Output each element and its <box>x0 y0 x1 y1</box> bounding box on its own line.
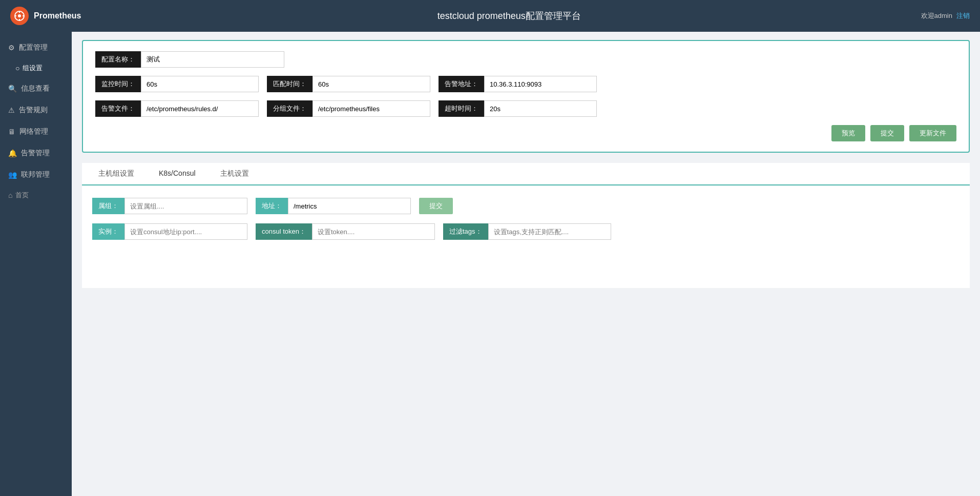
config-name-row: 配置名称： <box>95 51 956 68</box>
gear-icon: ⚙ <box>8 44 15 52</box>
sidebar-subitem-label: 组设置 <box>23 64 43 73</box>
sidebar-item-label: 联邦管理 <box>21 170 50 179</box>
circle-icon: ○ <box>15 64 19 72</box>
sidebar-item-group-settings[interactable]: ○ 组设置 <box>0 58 72 78</box>
alert-file-label: 告警文件： <box>95 100 141 117</box>
monitor-time-input[interactable] <box>141 76 259 92</box>
monitor-icon: 🖥 <box>8 128 15 136</box>
sidebar-item-alert-management[interactable]: 🔔 告警管理 <box>0 142 72 164</box>
main-content: 配置名称： 监控时间： 匹配时间： 告警地址： <box>72 32 980 496</box>
config-box: 配置名称： 监控时间： 匹配时间： 告警地址： <box>82 40 970 153</box>
submit-config-button[interactable]: 提交 <box>870 125 904 141</box>
monitor-time-group: 监控时间： <box>95 76 259 92</box>
warning-icon: ⚠ <box>8 106 15 114</box>
alert-address-label: 告警地址： <box>439 76 484 92</box>
sidebar-item-network-management[interactable]: 🖥 网络管理 <box>0 121 72 142</box>
monitor-time-label: 监控时间： <box>95 76 141 92</box>
group-file-input[interactable] <box>312 100 430 117</box>
timeout-input[interactable] <box>484 100 597 117</box>
preview-button[interactable]: 预览 <box>831 125 865 141</box>
config-row3: 告警文件： 分组文件： 超时时间： <box>95 100 956 117</box>
consul-filter-tags-label: 过滤tags： <box>443 223 488 240</box>
group-file-group: 分组文件： <box>267 100 430 117</box>
consul-address-group: 地址： <box>256 198 411 214</box>
consul-group-group: 属组： <box>92 198 247 214</box>
consul-address-input[interactable] <box>288 198 411 214</box>
config-name-group: 配置名称： <box>95 51 284 68</box>
sidebar-item-label: 配置管理 <box>19 43 48 52</box>
consul-group-input[interactable] <box>124 198 247 214</box>
consul-instance-group: 实例： <box>92 223 247 240</box>
alert-file-group: 告警文件： <box>95 100 259 117</box>
sidebar-item-home[interactable]: ⌂ 首页 <box>0 185 72 205</box>
tab-k8s-consul[interactable]: K8s/Consul <box>147 163 208 185</box>
sidebar-item-label: 网络管理 <box>19 127 48 136</box>
match-time-input[interactable] <box>312 76 430 92</box>
top-header: Prometheus testcloud prometheus配置管理平台 欢迎… <box>0 0 980 32</box>
sidebar-item-label: 告警规则 <box>19 106 48 115</box>
consul-row2: 实例： consul token： 过滤tags： <box>92 223 960 240</box>
config-btn-row: 预览 提交 更新文件 <box>95 125 956 141</box>
sidebar-item-alert-rules[interactable]: ⚠ 告警规则 <box>0 99 72 121</box>
consul-filter-tags-group: 过滤tags： <box>443 223 611 240</box>
logo-area: Prometheus <box>10 7 97 25</box>
group-file-label: 分组文件： <box>267 100 312 117</box>
consul-filter-tags-input[interactable] <box>488 223 611 240</box>
sidebar-item-label: 信息查看 <box>21 84 50 93</box>
search-icon: 🔍 <box>8 85 17 93</box>
logout-link[interactable]: 注销 <box>956 11 970 20</box>
config-row2: 监控时间： 匹配时间： 告警地址： <box>95 76 956 92</box>
consul-instance-input[interactable] <box>124 223 247 240</box>
consul-instance-label: 实例： <box>92 223 124 240</box>
alert-address-group: 告警地址： <box>439 76 597 92</box>
bell-icon: 🔔 <box>8 149 17 157</box>
users-icon: 👥 <box>8 171 17 179</box>
home-icon: ⌂ <box>8 191 12 199</box>
tabs-container: 主机组设置 K8s/Consul 主机设置 <box>82 163 970 185</box>
consul-token-input[interactable] <box>312 223 435 240</box>
consul-address-label: 地址： <box>256 198 288 214</box>
sidebar-item-federation-management[interactable]: 👥 联邦管理 <box>0 164 72 185</box>
config-name-input[interactable] <box>141 51 284 68</box>
tab-content-k8s-consul: 属组： 地址： 提交 实例： consul token： <box>82 185 970 288</box>
sidebar-item-info-view[interactable]: 🔍 信息查看 <box>0 78 72 99</box>
sidebar-item-label: 告警管理 <box>21 149 50 158</box>
update-file-button[interactable]: 更新文件 <box>909 125 956 141</box>
alert-address-input[interactable] <box>484 76 597 92</box>
header-title: testcloud prometheus配置管理平台 <box>97 10 921 22</box>
config-name-label: 配置名称： <box>95 51 141 68</box>
consul-row1: 属组： 地址： 提交 <box>92 198 960 214</box>
match-time-label: 匹配时间： <box>267 76 312 92</box>
sidebar: ⚙ 配置管理 ○ 组设置 🔍 信息查看 ⚠ 告警规则 🖥 网络管理 🔔 告警管理… <box>0 32 72 496</box>
svg-point-1 <box>18 14 21 17</box>
match-time-group: 匹配时间： <box>267 76 430 92</box>
consul-token-group: consul token： <box>256 223 435 240</box>
tab-host-settings[interactable]: 主机设置 <box>208 163 261 185</box>
prometheus-logo-icon <box>10 7 29 25</box>
alert-file-input[interactable] <box>141 100 259 117</box>
sidebar-home-label: 首页 <box>15 191 29 200</box>
main-layout: ⚙ 配置管理 ○ 组设置 🔍 信息查看 ⚠ 告警规则 🖥 网络管理 🔔 告警管理… <box>0 32 980 496</box>
tab-host-group-settings[interactable]: 主机组设置 <box>86 163 147 185</box>
timeout-group: 超时时间： <box>439 100 597 117</box>
welcome-text: 欢迎admin <box>921 11 952 20</box>
logo-text: Prometheus <box>34 11 81 20</box>
header-user-area: 欢迎admin 注销 <box>921 11 970 20</box>
sidebar-item-config-management[interactable]: ⚙ 配置管理 <box>0 37 72 58</box>
consul-token-label: consul token： <box>256 223 312 240</box>
consul-group-label: 属组： <box>92 198 124 214</box>
consul-submit-button[interactable]: 提交 <box>419 198 453 214</box>
timeout-label: 超时时间： <box>439 100 484 117</box>
